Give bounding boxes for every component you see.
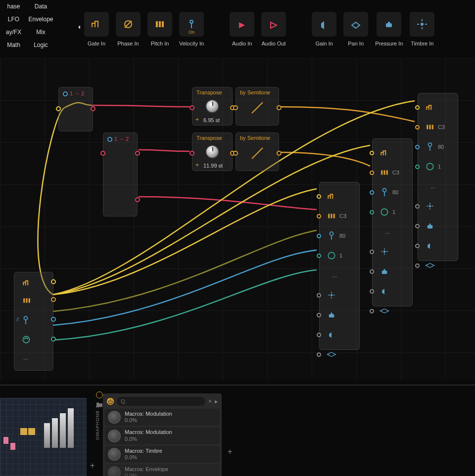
- by-semitone-node-1[interactable]: by Semitone: [236, 87, 279, 126]
- sink-pitch-in-port[interactable]: [415, 125, 420, 130]
- transpose-node-2[interactable]: Transpose + 11.99 st: [192, 132, 233, 171]
- svg-rect-4: [162, 21, 164, 27]
- sink-timbre-in-port[interactable]: [317, 293, 321, 298]
- category-item[interactable]: Logic: [27, 39, 54, 51]
- sink-pan-in-port[interactable]: [370, 309, 374, 313]
- sink-timbre-in-port[interactable]: [370, 250, 374, 254]
- semitone2-out-port[interactable]: [277, 151, 282, 156]
- palette-audio-in[interactable]: Audio In: [230, 12, 254, 46]
- semitone2-in-port[interactable]: [233, 151, 238, 156]
- macro-row[interactable]: Macros: Modulation0.0%: [105, 427, 220, 444]
- sink-gain-in-port[interactable]: [317, 333, 321, 337]
- palette-timbre-in[interactable]: Timbre In: [410, 12, 434, 46]
- sink-timbre-in-port[interactable]: [415, 204, 420, 209]
- macro-knob[interactable]: [108, 430, 121, 442]
- sink-pan-in-port[interactable]: [415, 263, 420, 268]
- note-sink-1[interactable]: C3 80 1 ...: [319, 182, 360, 350]
- note-block[interactable]: [60, 413, 66, 448]
- semitone1-out-port[interactable]: [277, 105, 282, 110]
- add-device-button[interactable]: +: [228, 447, 232, 456]
- category-item[interactable]: ay/FX: [0, 26, 27, 39]
- palette-phase-in[interactable]: Phase In: [116, 12, 141, 46]
- gate-out-port[interactable]: [51, 279, 56, 284]
- split2-out1-port[interactable]: [135, 151, 140, 156]
- sink-pressure-in-port[interactable]: [415, 165, 420, 169]
- note-block[interactable]: [10, 443, 15, 450]
- macro-row[interactable]: Macros: Modulation0.0%: [105, 409, 220, 426]
- palette-pan-in[interactable]: Pan In: [343, 12, 368, 46]
- note-block[interactable]: [44, 423, 50, 448]
- sink-pressure2-in-port[interactable]: [317, 313, 321, 317]
- palette-velocity-in[interactable]: On Velocity In: [179, 12, 204, 46]
- palette-gain-in[interactable]: Gain In: [312, 12, 336, 46]
- transpose1-knob[interactable]: [205, 99, 219, 113]
- sink-pitch-in-port[interactable]: [370, 171, 374, 175]
- sink-pressure2-in-port[interactable]: [370, 269, 374, 274]
- split-node-2[interactable]: 1 → 2: [103, 132, 138, 216]
- sink-pressure2-in-port[interactable]: [415, 224, 420, 228]
- expand-icon[interactable]: ▸: [215, 398, 218, 405]
- semitone1-in-port[interactable]: [233, 105, 238, 110]
- sink-gate-in-port[interactable]: [317, 194, 321, 199]
- macro-knob[interactable]: [108, 448, 121, 461]
- sink-pan-in-port[interactable]: [317, 352, 321, 357]
- device-on-icon[interactable]: ⏻: [107, 398, 114, 405]
- transpose2-in-port[interactable]: [190, 151, 194, 156]
- sink-gate-in-port[interactable]: [415, 105, 420, 110]
- macro-knob[interactable]: [108, 411, 121, 424]
- sink-gain-in-port[interactable]: [370, 289, 374, 294]
- sink-velocity-in-port[interactable]: [317, 234, 321, 238]
- sink-velocity-in-port[interactable]: [415, 145, 420, 149]
- sink-gain-in-port[interactable]: [415, 244, 420, 248]
- note-block[interactable]: [3, 437, 8, 444]
- sink-pressure-in-port[interactable]: [370, 210, 374, 215]
- palette-audio-out[interactable]: Audio Out: [261, 12, 286, 46]
- category-item[interactable]: LFO: [0, 13, 27, 26]
- split2-in2-port[interactable]: [100, 151, 105, 156]
- palette-scroll-left-icon[interactable]: [74, 15, 84, 40]
- split1-in2-port[interactable]: [56, 106, 61, 111]
- pressure-out-port[interactable]: [51, 337, 56, 342]
- split1-in-port[interactable]: [63, 91, 68, 96]
- note-sink-2[interactable]: C3 80 1 ...: [372, 138, 413, 306]
- add-clip-button[interactable]: +: [90, 461, 95, 470]
- category-item[interactable]: Mix: [27, 26, 54, 39]
- split-node-1[interactable]: 1 → 2: [58, 87, 93, 131]
- palette-gate-in[interactable]: Gate In: [84, 12, 109, 46]
- note-block[interactable]: [28, 428, 35, 435]
- device-panel[interactable]: ⏻ × ▸ Macros: Modulation0.0% Macros: Mod…: [103, 393, 222, 476]
- note-sink-3[interactable]: C3 80 1 ...: [418, 93, 458, 261]
- macro-row[interactable]: Macros: Envelope0.0%: [105, 464, 220, 476]
- palette-pressure-in[interactable]: Pressure In: [375, 12, 403, 46]
- palette-pitch-in[interactable]: Pitch In: [147, 12, 172, 46]
- transpose2-knob[interactable]: [205, 145, 219, 159]
- velocity-out-port[interactable]: [51, 317, 56, 322]
- folder-icon[interactable]: [96, 401, 103, 407]
- category-item[interactable]: Envelope: [27, 13, 54, 26]
- sink-pitch-in-port[interactable]: [317, 214, 321, 218]
- note-block[interactable]: [52, 418, 58, 448]
- device-search-input[interactable]: [117, 397, 205, 406]
- device-power-icon[interactable]: [96, 391, 103, 398]
- grid-canvas[interactable]: # ... 1 → 2 1 → 2 Transpose + 6.95 st by…: [0, 58, 475, 380]
- close-search-icon[interactable]: ×: [208, 398, 212, 405]
- transpose-node-1[interactable]: Transpose + 6.95 st: [192, 87, 233, 126]
- sink-velocity-in-port[interactable]: [370, 190, 374, 195]
- macro-knob[interactable]: [108, 466, 121, 476]
- note-block[interactable]: [68, 408, 74, 448]
- transpose1-in-port[interactable]: [190, 105, 194, 110]
- by-semitone-node-2[interactable]: by Semitone: [236, 132, 279, 171]
- note-block[interactable]: [20, 428, 27, 435]
- split1-out-port[interactable]: [91, 106, 95, 111]
- macro-row[interactable]: Macros: Timbre0.0%: [105, 446, 220, 463]
- split2-in-port[interactable]: [107, 137, 112, 142]
- sink-pressure-in-port[interactable]: [317, 254, 321, 258]
- split2-out2-port[interactable]: [135, 197, 140, 202]
- category-item[interactable]: hase: [0, 0, 27, 13]
- pitch-out-port[interactable]: [51, 297, 56, 302]
- note-source-node[interactable]: # ...: [14, 272, 53, 371]
- category-item[interactable]: Math: [0, 39, 27, 51]
- category-item[interactable]: Data: [27, 0, 54, 13]
- sink-gate-in-port[interactable]: [370, 151, 374, 155]
- clip-detail-view[interactable]: [0, 398, 87, 476]
